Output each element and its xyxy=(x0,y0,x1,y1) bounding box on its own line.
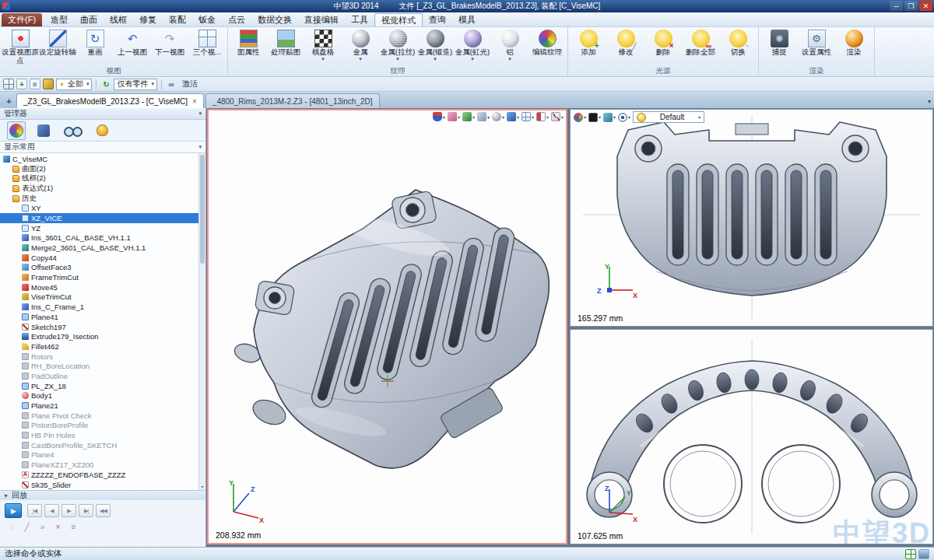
tree-item[interactable]: Move45 xyxy=(0,282,205,292)
vp-tool-palette[interactable]: ▾ xyxy=(574,113,586,122)
layer-icon[interactable] xyxy=(30,79,40,89)
ribbon-button-view-origin[interactable]: 设置视图原点 xyxy=(2,28,39,65)
assembly-manager-button[interactable] xyxy=(35,122,52,139)
menu-item-造型[interactable]: 造型 xyxy=(44,12,74,26)
document-tab[interactable]: _Z3_GL_BrakesModelB_2013.Z3 - [C_ViseMC]… xyxy=(16,93,204,108)
ribbon-button-redraw[interactable]: 重画 xyxy=(76,28,114,57)
ribbon-button-decal[interactable]: 处理贴图 xyxy=(267,28,304,57)
ribbon-button-render-attr[interactable]: 设置属性 xyxy=(798,28,835,57)
tree-item[interactable]: Plane41 xyxy=(0,312,205,322)
filter-all-select[interactable]: ▼全部▾ xyxy=(56,79,92,90)
tree-item[interactable]: Ins_C_Frame_1 xyxy=(0,302,205,312)
visual-manager-button[interactable] xyxy=(7,121,26,140)
ribbon-button-rotation-axis[interactable]: 设定旋转轴 xyxy=(39,28,76,57)
menu-item-装配[interactable]: 装配 xyxy=(163,12,192,26)
viewport-main[interactable]: ▾▾▾▾▾▾▾▾▾ xyxy=(207,109,567,544)
delete-icon[interactable] xyxy=(51,521,65,533)
tree-item[interactable]: 线框(2) xyxy=(0,173,205,184)
ribbon-button-capture[interactable]: 捕捉 xyxy=(760,28,798,57)
step-fwd-button[interactable] xyxy=(61,504,76,517)
menu-item-模具[interactable]: 模具 xyxy=(452,12,482,26)
menu-item-视觉样式[interactable]: 视觉样式 xyxy=(374,13,423,26)
tree-item[interactable]: Merge2_3601_CAL_BASE_VH.1.1 xyxy=(0,243,205,253)
vp-tool-grid[interactable]: ▾ xyxy=(521,112,534,121)
new-document-button[interactable] xyxy=(3,95,15,107)
tree-filter-bar[interactable]: 显示常用 ▾ xyxy=(0,142,205,153)
tree-item[interactable]: ViseTrimCut xyxy=(0,292,205,303)
menu-item-修复[interactable]: 修复 xyxy=(133,12,163,26)
step-back-button[interactable] xyxy=(44,504,59,517)
vp-tool-section[interactable]: ▾ xyxy=(507,112,519,121)
menu-item-工具[interactable]: 工具 xyxy=(345,12,374,26)
plus-icon[interactable] xyxy=(16,79,27,89)
tree-item[interactable]: Sk35_Slider xyxy=(0,480,205,490)
rewind-button[interactable] xyxy=(96,504,111,517)
tree-item[interactable]: XY xyxy=(0,203,205,213)
tree-item[interactable]: Body1 xyxy=(0,391,205,401)
tree-item[interactable]: 表达式(1) xyxy=(0,184,205,194)
tree-item[interactable]: Plane Pivot Check xyxy=(0,411,205,421)
session-manager-button[interactable] xyxy=(94,122,111,138)
tree-item[interactable]: YZ xyxy=(0,223,205,233)
ribbon-button-prev-view[interactable]: 上一视图 xyxy=(114,28,151,57)
maximize-icon[interactable] xyxy=(904,1,918,11)
tree-item[interactable]: Copy44 xyxy=(0,253,205,263)
ribbon-button-light-add[interactable]: 添加 xyxy=(570,28,607,57)
vp-tool-view-cube[interactable]: ▾ xyxy=(477,112,490,121)
tree-item[interactable]: PL_ZX_18 xyxy=(0,381,205,391)
tree-item[interactable]: Rotors xyxy=(0,352,205,362)
ribbon-button-three-views[interactable]: 三个视... xyxy=(188,28,226,57)
ribbon-button-edit-texture[interactable]: 编辑纹理 xyxy=(528,28,566,57)
ghost-icon[interactable] xyxy=(5,521,18,533)
scrollbar-down-icon[interactable] xyxy=(199,483,205,490)
tree-item[interactable]: Plane21 xyxy=(0,401,205,411)
link-icon[interactable] xyxy=(166,79,177,89)
edit-icon[interactable] xyxy=(20,521,33,533)
menu-item-线框[interactable]: 线框 xyxy=(104,12,133,26)
ribbon-button-metal-iris[interactable]: 金属(虹光)▾ xyxy=(454,28,491,61)
close-icon[interactable] xyxy=(919,1,932,11)
screen-icon[interactable] xyxy=(918,549,929,559)
menu-item-文件(F)[interactable]: 文件(F) xyxy=(2,13,42,26)
key-icon[interactable] xyxy=(36,521,49,533)
tab-list-button[interactable] xyxy=(928,98,931,105)
ribbon-button-light-toggle[interactable]: 切换 xyxy=(719,28,757,57)
vp-tool-cube[interactable]: ▾ xyxy=(603,113,616,122)
grid-icon[interactable] xyxy=(905,549,916,559)
vp-tool-csys[interactable]: ▾ xyxy=(551,112,564,121)
play-button[interactable] xyxy=(5,503,22,518)
vp-tool-background[interactable]: ▾ xyxy=(536,112,549,121)
tree-item[interactable]: Extrude179_Isection xyxy=(0,331,205,341)
tree-item[interactable]: PadOutline xyxy=(0,371,205,381)
ribbon-button-metal-forged[interactable]: 金属(锻造)▾ xyxy=(416,28,454,61)
menu-item-曲面[interactable]: 曲面 xyxy=(74,12,104,26)
close-icon[interactable]: × xyxy=(192,97,197,106)
ribbon-button-render[interactable]: 渲染 xyxy=(835,28,873,57)
menu-item-直接编辑[interactable]: 直接编辑 xyxy=(298,12,345,26)
scrollbar-thumb[interactable] xyxy=(200,155,205,264)
vp-tool-cube-green[interactable]: ▾ xyxy=(462,112,475,121)
viewport-top-right[interactable]: ▾▾▾▾ Default ▾ xyxy=(570,109,933,327)
ribbon-button-light-del[interactable]: 删除 xyxy=(644,28,682,57)
ribbon-button-metal[interactable]: 金属▾ xyxy=(342,28,379,61)
tree-item[interactable]: RH_BoreLocation xyxy=(0,361,205,371)
vp-tool-eraser[interactable]: ▾ xyxy=(448,112,460,121)
tree-item[interactable]: PistonBoreProfile xyxy=(0,421,205,431)
to-start-button[interactable] xyxy=(27,504,42,517)
tree-item[interactable]: HB Pin Holes xyxy=(0,430,205,440)
ribbon-button-light-del-all[interactable]: 删除全部 xyxy=(682,28,719,57)
tree-item[interactable]: PlaneXZ17_XZ200 xyxy=(0,460,205,470)
tree-item[interactable]: C_ViseMC xyxy=(0,154,205,164)
vp-tool-magnet[interactable]: ▾ xyxy=(433,112,445,121)
tree-item[interactable]: Ins_3601_CAL_BASE_VH.1.1 xyxy=(0,233,205,243)
view-manager-button[interactable] xyxy=(61,124,85,138)
tree-item[interactable]: Fillet462 xyxy=(0,341,205,352)
viewport-bottom-right[interactable]: Z Y X 中望3D 107.625 mm xyxy=(570,329,933,544)
table-icon[interactable] xyxy=(3,79,14,89)
refresh-icon[interactable] xyxy=(100,79,111,89)
tree-scrollbar[interactable] xyxy=(198,153,205,490)
tree-item[interactable]: 历史 xyxy=(0,194,205,204)
vp-tool-shade-mode[interactable]: ▾ xyxy=(492,112,504,121)
tree-item[interactable]: 曲面(2) xyxy=(0,164,205,174)
vp-tool-swatch[interactable]: ▾ xyxy=(588,113,601,122)
